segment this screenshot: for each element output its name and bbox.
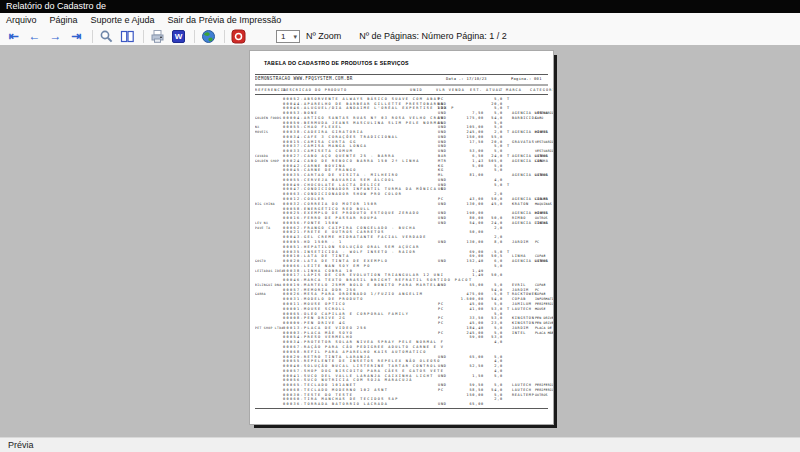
report-company: DEMONSTRACAO WWW.FPQSYSTEM.COM.BR <box>255 76 353 81</box>
last-page-icon: ⇥ <box>71 30 81 42</box>
report-column-headers: REFERENCIA DESCRICAO DO PRODUTO UNID VLR… <box>250 88 553 93</box>
previous-page-icon: ← <box>29 30 41 42</box>
column-header-descricao: DESCRICAO DO PRODUTO <box>283 88 347 92</box>
report-page-content: TABELA DO CADASTRO DE PRODUTOS E SERVIÇO… <box>250 51 553 424</box>
toolbar-separator <box>92 30 93 43</box>
toolbar-separator <box>194 30 195 43</box>
report-rule <box>255 85 548 86</box>
export-word-icon: W <box>172 30 185 43</box>
two-pages-icon <box>120 29 135 44</box>
print-icon <box>150 29 165 44</box>
zoom-select-value: 1 <box>281 32 285 41</box>
menu-arquivo[interactable]: Arquivo <box>6 15 37 25</box>
report-rule <box>255 74 548 75</box>
status-bar: Prévia <box>0 437 800 452</box>
two-pages-button[interactable] <box>118 29 137 44</box>
toolbar-separator <box>224 30 225 43</box>
report-rule <box>255 94 548 95</box>
status-text: Prévia <box>8 440 34 450</box>
export-pdf-button[interactable] <box>229 29 248 44</box>
column-header-est-atual: EST. ATUAL <box>470 88 502 92</box>
report-date: Data .: 17/10/23 <box>446 77 487 82</box>
last-page-button[interactable]: ⇥ <box>67 29 86 44</box>
menu-bar: Arquivo Página Suporte e Ajuda Sair da P… <box>0 13 800 27</box>
window-titlebar: Relatório do Cadastro de <box>0 0 800 13</box>
next-page-icon: → <box>50 30 62 42</box>
report-rule <box>255 408 548 409</box>
zoom-icon <box>99 29 114 44</box>
export-pdf-icon <box>231 29 246 44</box>
report-rows: 00052-ABSORVENTE ALWAYS BÁSICO SUAVE COM… <box>250 97 553 407</box>
menu-pagina[interactable]: Página <box>50 15 78 25</box>
toolbar-separator <box>143 30 144 43</box>
window-title: Relatório do Cadastro de <box>6 1 106 11</box>
column-header-categoria: CATEGORIA <box>530 88 553 92</box>
report-page: TABELA DO CADASTRO DE PRODUTOS E SERVIÇO… <box>250 51 553 424</box>
zoom-select[interactable]: 1 ▾ <box>276 30 300 43</box>
chevron-down-icon: ▾ <box>293 33 297 40</box>
export-word-button[interactable]: W <box>169 29 188 44</box>
pages-label: Nº de Páginas: Número Página: 1 / 2 <box>359 31 506 41</box>
report-title: TABELA DO CADASTRO DE PRODUTOS E SERVIÇO… <box>264 60 409 66</box>
next-page-button[interactable]: → <box>46 29 65 44</box>
export-html-button[interactable] <box>199 29 218 44</box>
first-page-button[interactable]: ⇤ <box>4 29 23 44</box>
preview-area: TABELA DO CADASTRO DE PRODUTOS E SERVIÇO… <box>0 46 800 437</box>
column-header-t: T <box>500 88 503 92</box>
report-page-number: Pagina.: 001 <box>511 77 542 82</box>
table-row: 00036-TORRADA BATORRIO LACRADAUND65,00 <box>250 402 553 407</box>
column-header-vlr-venda: VLR VENDA <box>436 88 465 92</box>
previous-page-button[interactable]: ← <box>25 29 44 44</box>
print-button[interactable] <box>148 29 167 44</box>
menu-sair-da-previa[interactable]: Sair da Prévia de Impressão <box>168 15 282 25</box>
zoom-label: Nº Zoom <box>306 31 341 41</box>
column-header-marca: MARCA <box>506 88 522 92</box>
menu-suporte-e-ajuda[interactable]: Suporte e Ajuda <box>91 15 155 25</box>
column-header-unid: UNID <box>410 88 423 92</box>
export-html-icon <box>201 29 216 44</box>
zoom-button[interactable] <box>97 29 116 44</box>
first-page-icon: ⇤ <box>8 30 18 42</box>
toolbar: ⇤ ← → ⇥ W <box>0 27 800 46</box>
